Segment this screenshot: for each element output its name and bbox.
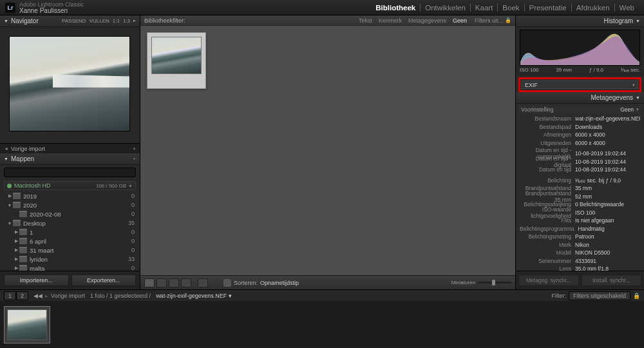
module-bibliotheek[interactable]: Bibliotheek bbox=[371, 4, 421, 12]
disclosure-icon[interactable]: ▶ bbox=[13, 229, 19, 235]
painter-tool-button[interactable] bbox=[198, 278, 208, 287]
metadata-set-dropdown[interactable]: EXIF ▾ bbox=[522, 81, 638, 89]
folder-row[interactable]: ▶lyriden33 bbox=[0, 255, 140, 264]
nav-fit-1-3[interactable]: 1:3 bbox=[123, 18, 130, 24]
chevron-icon[interactable]: ▸ bbox=[133, 18, 136, 24]
navigator-header[interactable]: ▼ Navigator PASSEND VULLEN 1:1 1:3 ▸ bbox=[0, 15, 140, 27]
filter-tab-tekst[interactable]: Tekst bbox=[359, 17, 372, 24]
metadata-value[interactable]: Downloads bbox=[575, 124, 640, 130]
metadata-value[interactable]: 35.0 mm f/1.8 bbox=[575, 266, 640, 271]
thumbnail-size-slider[interactable] bbox=[478, 282, 511, 284]
module-kaart[interactable]: Kaart bbox=[471, 4, 498, 12]
metadata-value[interactable]: 10-08-2019 19:02:44 bbox=[575, 159, 640, 165]
center-panel: Bibliotheekfilter: Tekst Kenmerk Metageg… bbox=[140, 15, 515, 289]
folder-filter-input[interactable] bbox=[4, 168, 136, 177]
metadata-value[interactable]: ISO 100 bbox=[575, 209, 640, 216]
loupe-view-button[interactable] bbox=[156, 278, 167, 287]
disclosure-icon[interactable]: ▶ bbox=[13, 266, 19, 271]
grid-cell[interactable] bbox=[147, 32, 206, 89]
folder-row[interactable]: ▶6 april0 bbox=[0, 237, 140, 246]
folder-row[interactable]: ▼20200 bbox=[0, 200, 140, 209]
module-boek[interactable]: Boek bbox=[498, 4, 524, 12]
navigator-preview[interactable] bbox=[9, 36, 130, 131]
metadata-header[interactable]: Metagegevens ▼ bbox=[516, 92, 644, 104]
histogram-chart[interactable] bbox=[520, 30, 640, 66]
metadata-row: BelichtingsprogrammaHandmatig bbox=[516, 225, 644, 233]
survey-view-button[interactable] bbox=[181, 278, 191, 287]
filter-tab-kenmerk[interactable]: Kenmerk bbox=[379, 17, 402, 24]
metadata-key: Uitgesneden bbox=[520, 140, 575, 146]
metadata-key: Serienummer bbox=[520, 258, 575, 264]
module-web[interactable]: Web bbox=[615, 4, 639, 12]
filmstrip[interactable] bbox=[0, 301, 644, 348]
import-button[interactable]: Importeren... bbox=[4, 275, 69, 286]
metadata-value[interactable]: 6000 x 4000 bbox=[575, 140, 640, 146]
filter-tab-geen[interactable]: Geen bbox=[453, 17, 467, 24]
folder-count: 0 bbox=[131, 193, 135, 199]
metadata-value[interactable]: 10-08-2019 19:02:44 bbox=[575, 166, 640, 173]
filmstrip-cell[interactable] bbox=[4, 306, 50, 343]
metadata-preset-row[interactable]: Voorinstelling Geen ▾ bbox=[518, 105, 641, 113]
metadata-value[interactable]: 0 Belichtingswaarde bbox=[575, 201, 640, 208]
nav-fit-vullen[interactable]: VULLEN bbox=[90, 18, 109, 24]
export-button[interactable]: Exporteren... bbox=[71, 275, 137, 286]
plus-icon[interactable]: + bbox=[133, 156, 136, 162]
metadata-value[interactable]: 52 mm bbox=[575, 193, 640, 200]
lock-icon[interactable]: 🔒 bbox=[633, 293, 640, 299]
filter-tab-metagegevens[interactable]: Metagegevens bbox=[408, 17, 446, 24]
module-afdrukken[interactable]: Afdrukken bbox=[572, 4, 615, 12]
filter-dropdown[interactable]: Filters uitgeschakeld bbox=[569, 291, 630, 300]
previous-import-row[interactable]: Vorige import + bbox=[0, 143, 140, 153]
metadata-value[interactable]: Is niet afgegaan bbox=[575, 217, 640, 224]
folder-icon bbox=[13, 202, 21, 208]
go-back-icon[interactable]: ◀◀ bbox=[33, 293, 43, 299]
disclosure-icon[interactable]: ▶ bbox=[13, 238, 19, 244]
histogram-header[interactable]: Histogram ▼ bbox=[516, 15, 644, 27]
plus-icon[interactable]: + bbox=[133, 146, 136, 152]
metadata-value[interactable]: ¹⁄₁₆₀ sec. bij ƒ / 9,0 bbox=[575, 177, 640, 184]
lock-icon[interactable]: 🔒 bbox=[505, 17, 511, 23]
disclosure-icon[interactable]: ▶ bbox=[6, 193, 13, 198]
metadata-value[interactable]: 4333691 bbox=[575, 258, 640, 264]
metadata-row: ISO-waarde lichtgevoeligheidISO 100 bbox=[516, 209, 644, 217]
metadata-value[interactable]: 10-08-2019 19:02:44 bbox=[575, 150, 640, 157]
nav-fit-1-1[interactable]: 1:1 bbox=[113, 18, 120, 24]
nav-fit-passend[interactable]: PASSEND bbox=[62, 18, 86, 24]
secondary-window-button[interactable]: 2 bbox=[16, 291, 28, 300]
metadata-value[interactable]: 35 mm bbox=[575, 185, 640, 191]
metadata-value[interactable]: Handmatig bbox=[578, 226, 640, 232]
disclosure-icon[interactable]: ▶ bbox=[13, 247, 19, 253]
folder-row[interactable]: ▼Desktop35 bbox=[0, 218, 140, 227]
metadata-value[interactable]: Patroon bbox=[575, 233, 640, 240]
triangle-icon: ▼ bbox=[636, 19, 640, 23]
compare-view-button[interactable] bbox=[169, 278, 179, 287]
folder-row[interactable]: ▶malta0 bbox=[0, 264, 140, 271]
folder-row[interactable]: ▶20190 bbox=[0, 191, 140, 200]
primary-window-button[interactable]: 1 bbox=[4, 291, 16, 300]
breadcrumb-source[interactable]: Vorige import bbox=[51, 293, 85, 299]
folders-header[interactable]: ▼ Mappen + bbox=[0, 153, 140, 165]
sort-value[interactable]: Opnametijdstip bbox=[260, 280, 299, 286]
disclosure-icon[interactable]: ▼ bbox=[6, 203, 13, 208]
module-presentatie[interactable]: Presentatie bbox=[525, 4, 572, 12]
volume-row[interactable]: Macintosh HD 106 / 500 GB ▼ bbox=[4, 181, 136, 190]
folder-row[interactable]: ▶31 maart0 bbox=[0, 246, 140, 255]
sync-settings-button[interactable]: Install. synchr... bbox=[582, 275, 642, 286]
breadcrumb-file[interactable]: wat-zijn-exif-gegevens.NEF ▾ bbox=[156, 293, 232, 299]
toolbar: Sorteren: Opnametijdstip Miniaturen bbox=[140, 275, 515, 289]
grid-view-button[interactable] bbox=[144, 278, 155, 287]
metadata-value[interactable]: NIKON D5500 bbox=[575, 249, 640, 256]
metadata-value[interactable]: Nikon bbox=[575, 242, 640, 248]
disclosure-icon[interactable]: ▶ bbox=[13, 256, 19, 262]
filters-off-dropdown[interactable]: Filters uit... 🔒 bbox=[475, 17, 511, 24]
folder-row[interactable]: 2020-02-080 bbox=[0, 209, 140, 218]
module-ontwikkelen[interactable]: Ontwikkelen bbox=[421, 4, 471, 12]
metadata-value[interactable]: 6000 x 4000 bbox=[575, 131, 640, 138]
metadata-value[interactable]: wat-zijn-exif-gegevens.NEF bbox=[575, 115, 640, 122]
sync-metadata-button[interactable]: Metageg. synchr... bbox=[518, 275, 579, 286]
chevron-down-icon[interactable]: ▼ bbox=[128, 184, 133, 188]
disclosure-icon[interactable]: ▼ bbox=[6, 221, 13, 226]
grid-view[interactable] bbox=[140, 26, 515, 275]
sort-direction-icon[interactable] bbox=[223, 279, 231, 287]
folder-row[interactable]: ▶10 bbox=[0, 227, 140, 237]
